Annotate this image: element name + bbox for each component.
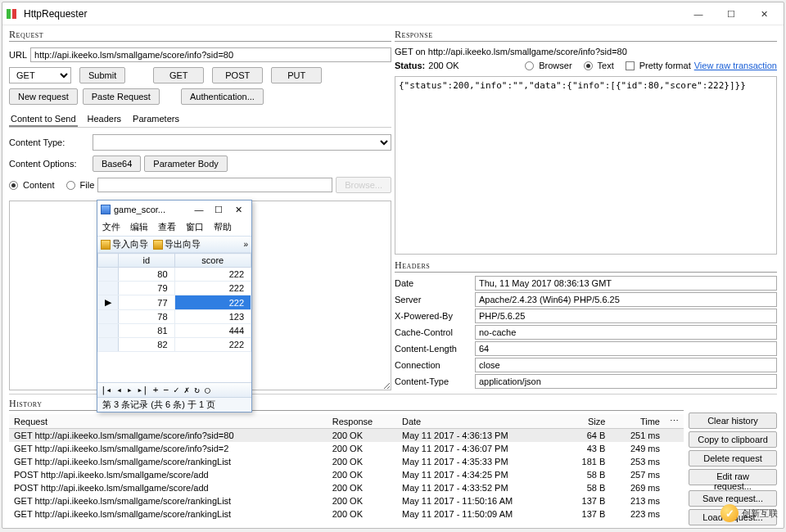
text-radio[interactable] xyxy=(584,61,593,70)
browse-button[interactable]: Browse... xyxy=(336,177,391,193)
clear-history-button[interactable]: Clear history xyxy=(689,413,777,429)
tab-content-to-send[interactable]: Content to Send xyxy=(9,112,78,127)
col-response[interactable]: Response xyxy=(328,414,397,429)
db-row[interactable]: 80222 xyxy=(98,268,251,282)
view-raw-link[interactable]: View raw transaction xyxy=(694,61,777,70)
method-select[interactable]: GET xyxy=(9,67,71,83)
pretty-checkbox[interactable] xyxy=(626,61,635,70)
nav-refresh[interactable]: ↻ xyxy=(194,385,200,395)
nav-add[interactable]: + xyxy=(153,385,159,395)
response-body[interactable]: {"status":200,"info":"","data":{"info":[… xyxy=(395,76,777,255)
db-status: 第 3 条记录 (共 6 条) 于 1 页 xyxy=(97,397,251,412)
request-section-title: Request xyxy=(9,29,391,42)
header-value[interactable] xyxy=(475,325,777,340)
db-close[interactable]: ✕ xyxy=(228,205,248,215)
content-type-select[interactable] xyxy=(93,134,391,151)
nav-prev[interactable]: ◂ xyxy=(116,385,122,395)
header-name: Date xyxy=(395,278,470,288)
col-size[interactable]: Size xyxy=(564,414,610,429)
db-row[interactable]: 82222 xyxy=(98,338,251,352)
db-menu-item[interactable]: 编辑 xyxy=(130,221,148,233)
db-minimize[interactable]: — xyxy=(189,205,209,214)
post-button[interactable]: POST xyxy=(212,67,263,83)
response-status-line: GET on http://api.ikeeko.lsm/smallgame/s… xyxy=(395,47,777,56)
db-menu-item[interactable]: 查看 xyxy=(158,221,176,233)
response-section-title: Response xyxy=(395,29,777,42)
watermark-text: 创新互联 xyxy=(742,507,778,520)
tab-parameters[interactable]: Parameters xyxy=(131,112,181,127)
file-radio-label: File xyxy=(80,180,95,190)
db-menu-item[interactable]: 帮助 xyxy=(214,221,232,233)
header-name: Cache-Control xyxy=(395,327,470,337)
nav-cancel[interactable]: ✗ xyxy=(184,385,190,395)
history-row[interactable]: POST http://api.ikeeko.lsm/smallgame/sco… xyxy=(9,468,684,481)
url-label: URL xyxy=(9,50,27,60)
db-maximize[interactable]: ☐ xyxy=(209,205,228,215)
edit-raw-request-button[interactable]: Edit raw request... xyxy=(689,469,777,485)
db-row[interactable]: ▶77222 xyxy=(98,295,251,310)
minimize-button[interactable]: — xyxy=(682,3,715,25)
header-name: X-Powered-By xyxy=(395,311,470,321)
file-radio[interactable] xyxy=(66,181,75,190)
nav-commit[interactable]: ✓ xyxy=(174,385,179,395)
browser-radio[interactable] xyxy=(525,61,534,70)
header-value[interactable] xyxy=(475,309,777,323)
db-row[interactable]: 79222 xyxy=(98,282,251,295)
history-row[interactable]: GET http://api.ikeeko.lsm/smallgame/scor… xyxy=(9,455,684,468)
history-row[interactable]: GET http://api.ikeeko.lsm/smallgame/scor… xyxy=(9,507,684,521)
header-value[interactable] xyxy=(475,276,777,291)
status-value: 200 OK xyxy=(428,61,458,70)
get-button[interactable]: GET xyxy=(153,67,204,83)
delete-request-button[interactable]: Delete request xyxy=(689,450,777,467)
db-col-id[interactable]: id xyxy=(119,254,175,268)
toolbar-overflow-icon[interactable]: » xyxy=(243,240,248,249)
db-row[interactable]: 78123 xyxy=(98,310,251,324)
nav-stop[interactable]: ◯ xyxy=(205,385,210,395)
titlebar: HttpRequester — ☐ ✕ xyxy=(2,2,784,25)
nav-next[interactable]: ▸| xyxy=(138,385,148,395)
db-col-score[interactable]: score xyxy=(174,254,251,268)
history-row[interactable]: POST http://api.ikeeko.lsm/smallgame/sco… xyxy=(9,481,684,494)
svg-rect-1 xyxy=(12,9,16,19)
authentication-button[interactable]: Authentication... xyxy=(181,88,264,105)
content-radio[interactable] xyxy=(9,181,18,190)
history-table[interactable]: Request Response Date Size Time ⋯ GET ht… xyxy=(9,414,684,525)
db-menu-item[interactable]: 文件 xyxy=(102,221,120,233)
nav-play[interactable]: ▸ xyxy=(127,385,133,395)
history-row[interactable]: GET http://api.ikeeko.lsm/smallgame/scor… xyxy=(9,442,684,455)
new-request-button[interactable]: New request xyxy=(9,88,78,105)
file-path-input[interactable] xyxy=(97,178,332,192)
col-date[interactable]: Date xyxy=(397,414,564,429)
parameter-body-button[interactable]: Parameter Body xyxy=(144,156,227,172)
db-window-title: game_scor... xyxy=(114,205,189,214)
col-time[interactable]: Time xyxy=(610,414,665,429)
header-value[interactable] xyxy=(475,358,777,372)
response-pane: Response GET on http://api.ikeeko.lsm/sm… xyxy=(395,29,777,390)
copy-clipboard-button[interactable]: Copy to clipboard xyxy=(689,431,777,448)
db-viewer-window[interactable]: game_scor... — ☐ ✕ 文件编辑查看窗口帮助 导入向导 导出向导 … xyxy=(97,200,252,413)
put-button[interactable]: PUT xyxy=(271,67,322,83)
col-request[interactable]: Request xyxy=(9,414,328,429)
app-title: HttpRequester xyxy=(22,8,682,20)
history-row[interactable]: GET http://api.ikeeko.lsm/smallgame/scor… xyxy=(9,494,684,507)
maximize-button[interactable]: ☐ xyxy=(715,3,748,25)
history-row[interactable]: GET http://api.ikeeko.lsm/smallgame/scor… xyxy=(9,429,684,443)
db-menu-item[interactable]: 窗口 xyxy=(186,221,204,233)
header-value[interactable] xyxy=(475,292,777,307)
nav-first[interactable]: |◂ xyxy=(101,385,111,395)
tab-headers[interactable]: Headers xyxy=(86,112,124,127)
close-button[interactable]: ✕ xyxy=(748,3,780,25)
db-grid[interactable]: idscore 8022279222▶77222781238144482222 xyxy=(97,253,251,382)
nav-del[interactable]: − xyxy=(163,385,169,395)
paste-request-button[interactable]: Paste Request xyxy=(83,88,160,105)
header-value[interactable] xyxy=(475,374,777,389)
content-type-label: Content Type: xyxy=(9,138,89,147)
export-wizard[interactable]: 导出向导 xyxy=(153,238,201,250)
submit-button[interactable]: Submit xyxy=(79,67,125,83)
header-value[interactable] xyxy=(475,341,777,356)
import-wizard[interactable]: 导入向导 xyxy=(101,238,148,250)
url-input[interactable] xyxy=(30,47,391,62)
base64-button[interactable]: Base64 xyxy=(93,156,141,172)
col-settings[interactable]: ⋯ xyxy=(665,414,684,429)
db-row[interactable]: 81444 xyxy=(98,324,251,338)
